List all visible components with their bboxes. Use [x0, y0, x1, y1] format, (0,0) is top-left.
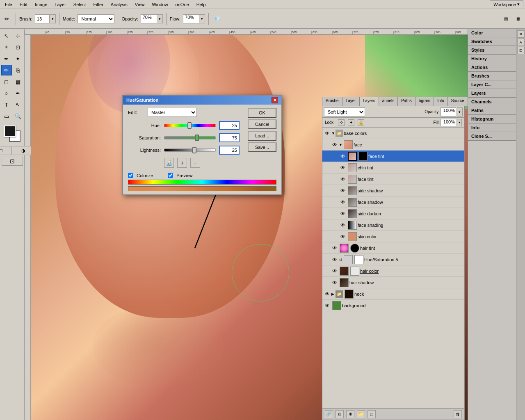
layer-adjustment-button[interactable]: ⊕ — [346, 410, 354, 418]
crop-tool[interactable]: ⊡ — [13, 42, 23, 52]
layer-group-button[interactable]: 📁 — [357, 410, 365, 418]
gradient-tool[interactable]: ▩ — [13, 76, 23, 87]
layer-row-face-shadow[interactable]: 👁 face shadow — [322, 196, 464, 208]
layer-row-side-shadow[interactable]: 👁 side shadow — [322, 185, 464, 196]
layer-visibility-side-shadow[interactable]: 👁 — [339, 185, 347, 196]
menu-file[interactable]: File — [2, 1, 16, 8]
eyedropper-minus-button[interactable]: - — [190, 158, 200, 168]
dodge-tool[interactable]: ○ — [1, 88, 12, 98]
layer-visibility-hair-tint[interactable]: 👁 — [331, 242, 339, 254]
layer-visibility-face-tint2[interactable]: 👁 — [339, 173, 347, 185]
swatches-panel-title[interactable]: Swatches — [468, 37, 516, 46]
lock-all-icon[interactable]: 🔒 — [358, 119, 364, 126]
colorize-label[interactable]: Colorize — [137, 173, 153, 178]
preview-checkbox[interactable] — [168, 173, 173, 178]
lightness-thumb[interactable] — [192, 147, 196, 153]
layer-row-face-tint2[interactable]: 👁 face tint — [322, 173, 464, 185]
history-panel-title[interactable]: History — [468, 55, 516, 63]
path-select-tool[interactable]: ↖ — [13, 99, 23, 110]
layer-fx-button[interactable]: fx — [336, 410, 344, 418]
lightness-slider[interactable] — [164, 148, 216, 152]
tab-histogram[interactable]: bgram — [415, 97, 434, 106]
lock-pixels-icon[interactable]: ⊹ — [338, 119, 345, 126]
histogram-title[interactable]: Histogram — [468, 115, 516, 123]
preview-label[interactable]: Preview — [176, 173, 192, 178]
brushes-mini-panel-title[interactable]: Brushes — [468, 72, 516, 80]
layer-row-face-shading[interactable]: 👁 face shading — [322, 219, 464, 231]
brush-tool-icon[interactable]: ✏ — [2, 14, 12, 24]
layer-visibility-side-darken[interactable]: 👁 — [339, 208, 347, 219]
layer-new-button[interactable]: □ — [368, 410, 376, 418]
tab-brushe[interactable]: Brushe — [322, 97, 342, 106]
magic-wand-tool[interactable]: ⌖ — [1, 42, 12, 52]
layer-visibility-hair-shadow[interactable]: 👁 — [331, 277, 339, 288]
group-expand-face[interactable]: ▼ — [339, 140, 343, 149]
mode-select[interactable]: Normal — [78, 14, 114, 23]
opacity-value[interactable]: 100% — [441, 107, 456, 116]
layer-row-hair-color[interactable]: 👁 hair color — [322, 265, 464, 277]
ok-button[interactable]: OK — [248, 108, 276, 118]
tab-layer[interactable]: Layer — [342, 97, 360, 106]
menu-window[interactable]: Window — [148, 1, 171, 8]
pen-tool[interactable]: ✒ — [13, 88, 23, 98]
hue-thumb[interactable] — [187, 122, 192, 129]
styles-panel-title[interactable]: Styles — [468, 46, 516, 54]
menu-filter[interactable]: Filter — [90, 1, 106, 8]
menu-analysis[interactable]: Analysis — [107, 1, 131, 8]
text-panel-btn[interactable]: A — [517, 39, 525, 46]
cancel-button[interactable]: Cancel — [248, 119, 276, 129]
menu-edit[interactable]: Edit — [16, 1, 31, 8]
hue-slider[interactable] — [164, 124, 216, 127]
layer-visibility-face-shadow[interactable]: 👁 — [339, 196, 347, 208]
clone-source-title[interactable]: Clone S... — [468, 132, 516, 140]
info-title[interactable]: Info — [468, 123, 516, 132]
layers-mode-select[interactable]: Soft Light — [324, 107, 365, 116]
layer-row-skin-color[interactable]: 👁 skin color — [322, 231, 464, 242]
tab-channels[interactable]: annels — [379, 97, 398, 106]
saturation-thumb[interactable] — [195, 135, 199, 141]
saturation-input[interactable]: 75 — [219, 133, 240, 142]
neck-expand[interactable]: ▶ — [331, 292, 336, 296]
layer-visibility-base-colors[interactable]: 👁 — [323, 128, 331, 139]
eyedropper-plus-button[interactable]: + — [177, 158, 187, 168]
fill-value[interactable]: 100% — [441, 119, 456, 126]
airbrush-icon[interactable]: 💨 — [212, 14, 223, 24]
menu-layer[interactable]: Layer — [51, 1, 69, 8]
flow-arrow[interactable]: ▾ — [199, 14, 205, 23]
brush-tool[interactable]: ✏ — [1, 65, 12, 75]
layer-visibility-face[interactable]: 👁 — [331, 139, 339, 151]
layer-visibility-neck[interactable]: 👁 — [323, 288, 331, 300]
flow-value[interactable]: 70% — [183, 14, 199, 23]
tab-info[interactable]: Info — [434, 97, 448, 106]
saturation-slider[interactable] — [164, 136, 216, 139]
layers-mini-title[interactable]: Layers — [468, 89, 516, 97]
layer-row-hair-tint[interactable]: 👁 hair tint — [322, 242, 464, 254]
standard-mode[interactable]: □ — [0, 146, 12, 155]
layer-row-face[interactable]: 👁 ▼ face — [322, 139, 464, 151]
brush-size-arrow[interactable]: ▾ — [50, 14, 56, 23]
menu-help[interactable]: Help — [193, 1, 209, 8]
color-panel-title[interactable]: Color — [468, 29, 516, 37]
actions-panel-title[interactable]: Actions — [468, 63, 516, 71]
layer-row-side-darken[interactable]: 👁 side darken — [322, 208, 464, 219]
brush-size-input[interactable] — [35, 14, 50, 23]
foreground-color[interactable] — [4, 126, 16, 137]
panel-btn-2[interactable]: ▦ — [513, 14, 523, 24]
layer-row-background[interactable]: 👁 background — [322, 300, 464, 311]
layer-row-face-tint[interactable]: 👁 face tint — [322, 151, 464, 162]
colorize-checkbox[interactable] — [128, 173, 133, 178]
move-tool[interactable]: ↖ — [1, 30, 12, 41]
hue-input[interactable]: 25 — [219, 121, 240, 130]
workspace-button[interactable]: Workspace ▾ — [490, 0, 523, 8]
load-button[interactable]: Load... — [248, 131, 276, 141]
clone-tool[interactable]: ⎘ — [13, 65, 23, 75]
layer-visibility-hair-color[interactable]: 👁 — [331, 265, 339, 277]
layer-visibility-face-shading[interactable]: 👁 — [339, 219, 347, 231]
dialog-close-button[interactable]: ✕ — [272, 97, 278, 103]
layer-link-button[interactable]: 🔗 — [325, 410, 333, 418]
healing-tool[interactable]: ✦ — [13, 53, 23, 64]
edit-select[interactable]: Master — [148, 108, 197, 117]
lasso-tool[interactable]: ⊹ — [13, 30, 23, 41]
screen-mode[interactable]: ⊡ — [2, 157, 23, 166]
eyedropper-button[interactable]: 🔬 — [164, 158, 174, 168]
